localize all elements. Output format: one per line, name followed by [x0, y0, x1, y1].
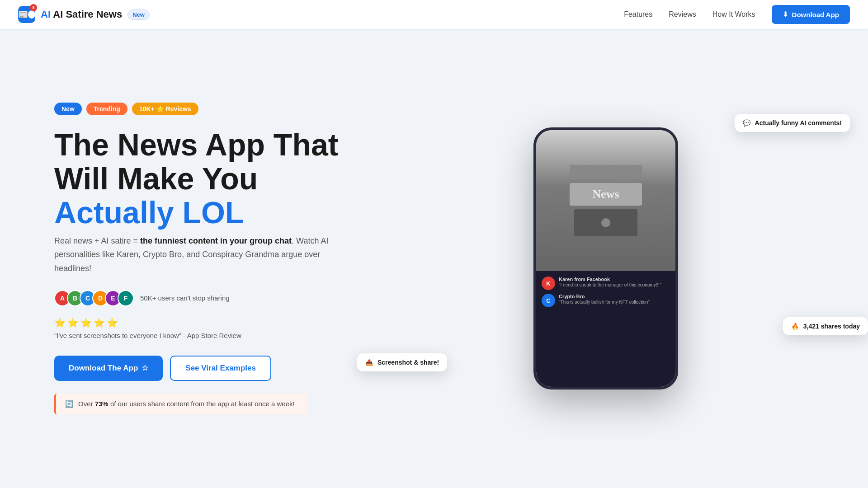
float-bottom-icon: 📤 — [365, 359, 373, 366]
download-app-label: Download The App — [69, 364, 138, 373]
karen-name: Karen from Facebook — [559, 277, 670, 282]
notification-badge: 8 — [30, 4, 37, 11]
logo-text-blue: AI — [41, 9, 51, 20]
download-app-button[interactable]: Download The App ☆ — [54, 356, 163, 381]
hero-section: New Trending 10K+ ⭐ Reviews The News App… — [0, 29, 868, 488]
users-text: 50K+ users can't stop sharing — [140, 294, 230, 302]
karen-content: Karen from Facebook "I need to speak to … — [559, 277, 670, 288]
logo-area: 📰 8 AIAI Satire News AI Satire News New — [18, 6, 150, 23]
crypto-text: "This is actually bullish for my NFT col… — [559, 299, 670, 305]
avatar-6: F — [118, 290, 134, 306]
subtext-plain: Real news + AI satire = — [54, 236, 140, 245]
share-stat-bar: 🔄 Over 73% of our users share content fr… — [54, 394, 307, 414]
share-stat-suffix: of our users share content from the app … — [108, 400, 295, 408]
star-1: ⭐ — [54, 317, 66, 328]
star-icon: ☆ — [142, 363, 148, 373]
nav-features[interactable]: Features — [624, 10, 652, 19]
app-icon: 📰 8 — [18, 6, 35, 23]
crypto-name: Crypto Bro — [559, 294, 670, 299]
heading-line2: Will Make You — [54, 161, 258, 196]
star-2: ⭐ — [67, 317, 79, 328]
tag-reviews: 10K+ ⭐ Reviews — [132, 103, 198, 115]
float-top-icon: 💬 — [743, 119, 750, 127]
typewriter-text: News — [570, 183, 642, 206]
heading-line3: Actually LOL — [54, 195, 244, 230]
crypto-avatar: C — [542, 294, 555, 307]
header-new-badge: New — [127, 9, 150, 20]
share-stat-prefix: Over — [78, 400, 95, 408]
star-3: ⭐ — [80, 317, 92, 328]
star-4: ⭐ — [94, 317, 105, 328]
tag-trending: Trending — [86, 103, 127, 115]
hero-left: New Trending 10K+ ⭐ Reviews The News App… — [54, 103, 398, 414]
viral-examples-label: See Viral Examples — [185, 364, 256, 372]
tag-new: New — [54, 103, 82, 115]
logo-icon-inner: 📰 — [18, 9, 28, 19]
hero-heading: The News App That Will Make You Actually… — [54, 128, 398, 229]
avatars-row: A B C D E F 50K+ users can't stop sharin… — [54, 290, 398, 306]
float-middle-text: 3,421 shares today — [803, 323, 860, 330]
float-top-text: Actually funny AI comments! — [755, 119, 842, 127]
phone-image-area: News — [536, 130, 675, 271]
float-card-screenshot: 📤 Screenshot & share! — [357, 353, 447, 371]
nav-how-it-works[interactable]: How It Works — [712, 10, 755, 19]
star-row: ⭐ ⭐ ⭐ ⭐ ⭐ — [54, 317, 398, 328]
float-bottom-text: Screenshot & share! — [377, 359, 439, 366]
viral-examples-button[interactable]: See Viral Examples — [170, 356, 271, 381]
download-icon: ⬇ — [783, 10, 788, 19]
karen-avatar: K — [542, 277, 555, 290]
karen-text: "I need to speak to the manager of this … — [559, 282, 670, 288]
avatar-stack: A B C D E F — [54, 290, 134, 306]
logo-text: AIAI Satire News AI Satire News — [41, 9, 122, 20]
hero-right: 💬 Actually funny AI comments! 🔥 3,421 sh… — [398, 127, 814, 389]
comment-crypto: C Crypto Bro "This is actually bullish f… — [542, 294, 670, 307]
share-stat-text: Over 73% of our users share content from… — [78, 400, 295, 408]
nav: Features Reviews How It Works ⬇ Download… — [624, 5, 850, 24]
hero-subtext: Real news + AI satire = the funniest con… — [54, 234, 335, 276]
float-middle-icon: 🔥 — [791, 323, 799, 330]
share-icon: 🔄 — [65, 400, 74, 408]
download-label: Download App — [792, 11, 839, 19]
float-card-comments: 💬 Actually funny AI comments! — [735, 114, 850, 132]
heading-line1: The News App That — [54, 127, 338, 162]
crypto-content: Crypto Bro "This is actually bullish for… — [559, 294, 670, 305]
subtext-bold: the funniest content in your group chat — [140, 236, 292, 245]
phone-frame: News K Karen from Facebook — [533, 127, 678, 389]
phone-screen: News K Karen from Facebook — [536, 130, 675, 387]
phone-mockup: News K Karen from Facebook — [533, 127, 678, 389]
float-card-shares: 🔥 3,421 shares today — [783, 317, 868, 335]
review-quote: "I've sent screenshots to everyone I kno… — [54, 332, 398, 339]
share-percent: 73% — [95, 400, 108, 408]
star-5: ⭐ — [107, 317, 118, 328]
header: 📰 8 AIAI Satire News AI Satire News New … — [0, 0, 868, 29]
tags-row: New Trending 10K+ ⭐ Reviews — [54, 103, 398, 115]
comment-karen: K Karen from Facebook "I need to speak t… — [542, 277, 670, 290]
stars-review: ⭐ ⭐ ⭐ ⭐ ⭐ "I've sent screenshots to ever… — [54, 317, 398, 339]
nav-download-button[interactable]: ⬇ Download App — [772, 5, 850, 24]
phone-comments: K Karen from Facebook "I need to speak t… — [536, 271, 675, 387]
cta-buttons: Download The App ☆ See Viral Examples — [54, 356, 398, 381]
nav-reviews[interactable]: Reviews — [669, 10, 696, 19]
